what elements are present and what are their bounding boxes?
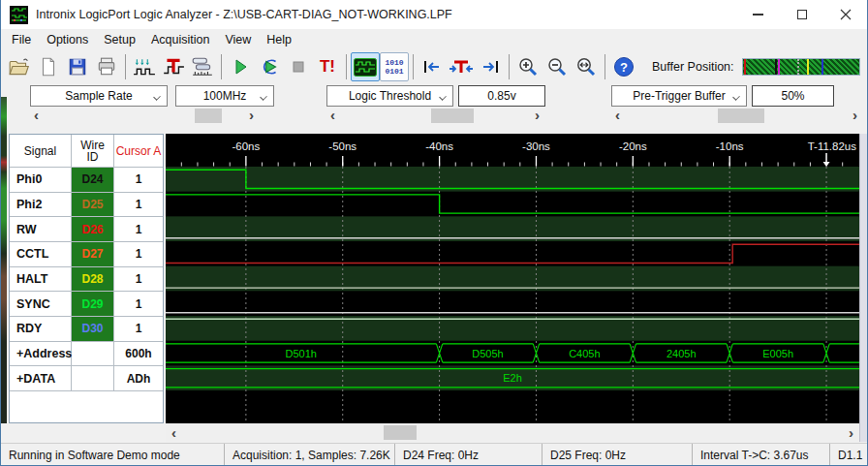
chevron-right-icon[interactable]: › bbox=[852, 107, 857, 123]
table-row[interactable]: Phi0D241 bbox=[10, 168, 163, 193]
cursor-value-cell[interactable]: 1 bbox=[114, 267, 163, 292]
wire-id-cell[interactable]: D24 bbox=[72, 168, 114, 192]
trigger-now-button[interactable]: T! bbox=[313, 52, 342, 81]
menu-item-file[interactable]: File bbox=[4, 31, 39, 48]
print-button[interactable] bbox=[92, 52, 121, 81]
chevron-down-icon bbox=[153, 93, 161, 101]
cursor-value-cell[interactable]: 1 bbox=[114, 193, 163, 217]
chevron-right-icon[interactable]: › bbox=[249, 107, 254, 123]
print-icon bbox=[96, 56, 117, 78]
logic-threshold-field[interactable]: 0.85v bbox=[458, 85, 545, 107]
cursor-value-cell[interactable]: 1 bbox=[114, 317, 163, 341]
waveform-canvas[interactable]: -60ns-50ns-40ns-30ns-20ns-10nsT-11.82usD… bbox=[166, 134, 859, 423]
table-row[interactable]: RWD261 bbox=[10, 217, 163, 242]
table-row[interactable]: +Address600h bbox=[10, 342, 163, 367]
table-row[interactable]: CCTLD271 bbox=[10, 242, 163, 267]
table-row[interactable]: +DATAADh bbox=[10, 366, 163, 391]
table-row[interactable]: HALTD281 bbox=[10, 267, 163, 293]
sample-rate-value: 100MHz bbox=[203, 89, 247, 103]
goto-trigger-button[interactable] bbox=[447, 52, 476, 81]
zoom-in-button[interactable] bbox=[513, 52, 542, 81]
signal-name-cell[interactable]: CCTL bbox=[10, 242, 72, 266]
zoom-out-button[interactable] bbox=[542, 52, 572, 81]
wire-id-cell[interactable]: D28 bbox=[72, 267, 114, 292]
save-button[interactable] bbox=[63, 52, 92, 81]
pre-trigger-combo[interactable]: Pre-Trigger Buffer bbox=[611, 85, 747, 107]
menu-item-acquisition[interactable]: Acquisition bbox=[143, 31, 217, 48]
menu-item-options[interactable]: Options bbox=[39, 31, 96, 48]
run-icon bbox=[231, 57, 250, 77]
signal-name-cell[interactable]: RDY bbox=[10, 317, 72, 341]
status-section: D1.1 bbox=[829, 444, 868, 466]
buffer-mark bbox=[807, 59, 809, 75]
sample-rate-scrollbar[interactable]: ‹ › bbox=[30, 108, 258, 124]
scrollbar-thumb[interactable] bbox=[718, 109, 764, 123]
signal-setup-button[interactable] bbox=[130, 52, 159, 81]
open-file-button[interactable] bbox=[5, 52, 34, 81]
signal-name-cell[interactable]: SYNC bbox=[10, 292, 72, 316]
wire-id-cell[interactable]: D25 bbox=[72, 193, 114, 217]
stop-button[interactable] bbox=[284, 52, 313, 81]
signal-name-cell[interactable]: Phi0 bbox=[10, 168, 72, 192]
wire-id-cell[interactable] bbox=[72, 342, 114, 366]
minimize-button[interactable] bbox=[736, 0, 780, 29]
scrollbar-thumb[interactable] bbox=[195, 109, 222, 123]
bus-value-label: D505h bbox=[472, 348, 503, 359]
menu-item-help[interactable]: Help bbox=[259, 31, 299, 48]
pre-trigger-field[interactable]: 50% bbox=[752, 85, 834, 107]
logic-threshold-combo[interactable]: Logic Threshold bbox=[326, 85, 453, 107]
wire-id-cell[interactable] bbox=[72, 366, 114, 390]
state-list-view-button[interactable]: 1010 0101 bbox=[380, 52, 409, 81]
scrollbar-thumb[interactable] bbox=[384, 425, 417, 440]
new-file-button[interactable] bbox=[34, 52, 63, 81]
chevron-right-icon[interactable]: › bbox=[535, 107, 540, 123]
run-repetitive-button[interactable] bbox=[255, 52, 284, 81]
menu-item-setup[interactable]: Setup bbox=[96, 31, 143, 48]
cursor-value-cell[interactable]: 1 bbox=[114, 168, 163, 192]
cursor-value-cell[interactable]: 1 bbox=[114, 242, 163, 266]
scrollbar-thumb[interactable] bbox=[431, 109, 474, 123]
chevron-left-icon[interactable]: ‹ bbox=[615, 107, 620, 123]
cursor-value-cell[interactable]: ADh bbox=[114, 366, 163, 390]
goto-buffer-start-button[interactable] bbox=[418, 52, 447, 81]
status-section: D25 Freq: 0Hz bbox=[542, 444, 692, 466]
trigger-setup-button[interactable] bbox=[159, 52, 188, 81]
wire-id-cell[interactable]: D26 bbox=[72, 217, 114, 241]
signal-name-cell[interactable]: Phi2 bbox=[10, 193, 72, 217]
wire-id-cell[interactable]: D29 bbox=[72, 292, 114, 316]
window-controls bbox=[736, 0, 867, 29]
wire-id-cell[interactable]: D30 bbox=[72, 317, 114, 341]
waveform-view-button[interactable] bbox=[351, 52, 380, 81]
run-button[interactable] bbox=[226, 52, 255, 81]
cursor-value-cell[interactable]: 1 bbox=[114, 217, 163, 241]
waveform-scrollbar[interactable]: ‹ › bbox=[166, 423, 859, 442]
table-row[interactable]: Phi2D251 bbox=[10, 193, 163, 218]
close-button[interactable] bbox=[823, 0, 867, 29]
chevron-right-icon[interactable]: › bbox=[849, 423, 853, 442]
sample-rate-combo[interactable]: Sample Rate bbox=[30, 85, 168, 107]
sample-rate-value-combo[interactable]: 100MHz bbox=[175, 85, 274, 107]
chevron-left-icon[interactable]: ‹ bbox=[34, 107, 39, 123]
logic-threshold-scrollbar[interactable]: ‹ › bbox=[326, 108, 543, 124]
signal-name-cell[interactable]: HALT bbox=[10, 267, 72, 292]
buffer-position-bar[interactable] bbox=[742, 58, 860, 76]
help-button[interactable]: ? bbox=[609, 52, 638, 81]
pre-trigger-scrollbar[interactable]: ‹ › bbox=[611, 108, 861, 124]
wire-id-cell[interactable]: D27 bbox=[72, 242, 114, 266]
measurements-button[interactable] bbox=[188, 52, 217, 81]
chevron-left-icon[interactable]: ‹ bbox=[171, 423, 176, 442]
chevron-left-icon[interactable]: ‹ bbox=[330, 107, 335, 123]
signal-name-cell[interactable]: +Address bbox=[10, 342, 72, 366]
signal-name-cell[interactable]: RW bbox=[10, 217, 72, 241]
menu-item-view[interactable]: View bbox=[217, 31, 259, 48]
cursor-value-cell[interactable]: 600h bbox=[114, 342, 163, 366]
vertical-scrollbar[interactable] bbox=[859, 134, 868, 442]
table-row[interactable]: SYNCD291 bbox=[10, 292, 163, 317]
goto-buffer-end-button[interactable] bbox=[476, 52, 505, 81]
signal-name-cell[interactable]: +DATA bbox=[10, 366, 72, 390]
zoom-fit-button[interactable] bbox=[572, 52, 601, 81]
maximize-button[interactable] bbox=[780, 0, 823, 29]
table-row[interactable]: RDYD301 bbox=[10, 317, 163, 342]
waveform-area[interactable]: -60ns-50ns-40ns-30ns-20ns-10nsT-11.82usD… bbox=[166, 134, 859, 423]
cursor-value-cell[interactable]: 1 bbox=[114, 292, 163, 316]
